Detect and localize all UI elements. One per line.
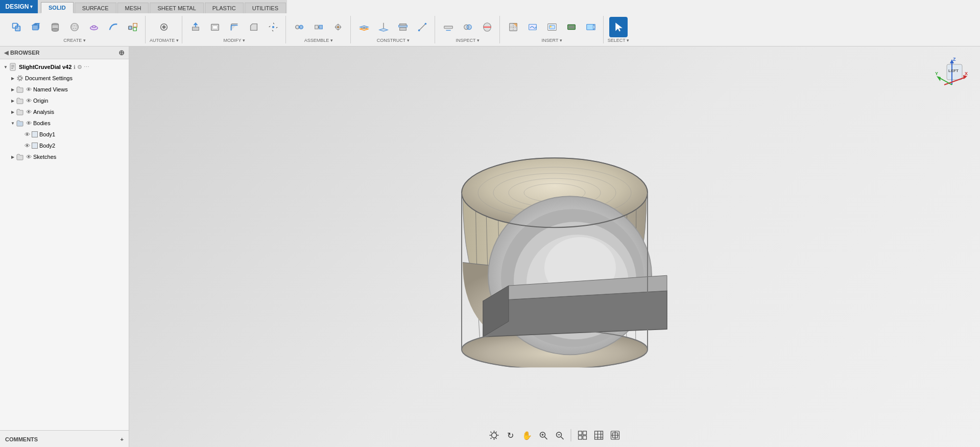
tab-sheet-metal[interactable]: SHEET METAL (150, 3, 203, 13)
move-button[interactable] (264, 17, 282, 37)
root-settings-icon[interactable]: ⚙ (77, 64, 82, 70)
insert-svg-button[interactable] (523, 17, 542, 37)
midplane-button[interactable] (394, 17, 412, 37)
fit-view-button[interactable] (487, 428, 501, 442)
bodies-arrow[interactable]: ▼ (9, 120, 16, 127)
svg-rect-82 (11, 65, 14, 66)
measure-button[interactable] (439, 17, 458, 37)
new-component-button[interactable] (7, 17, 26, 37)
svg-point-85 (18, 77, 21, 80)
tab-solid[interactable]: SOLID (41, 2, 74, 13)
tree-item-named-views[interactable]: ▶ 👁 Named Views (0, 84, 129, 95)
joint-button[interactable] (290, 17, 308, 37)
doc-settings-arrow[interactable]: ▶ (9, 75, 16, 82)
axis-button[interactable] (413, 17, 432, 37)
box-button[interactable] (27, 17, 45, 37)
tree-item-bodies[interactable]: ▼ 👁 Bodies (0, 117, 129, 129)
as-built-joint-button[interactable] (309, 17, 328, 37)
tree-item-origin[interactable]: ▶ 👁 Origin (0, 95, 129, 106)
sketches-arrow[interactable]: ▶ (9, 153, 16, 160)
body1-eye[interactable]: 👁 (23, 131, 31, 138)
body2-eye[interactable]: 👁 (23, 142, 31, 149)
tab-utilities[interactable]: UTILITIES (245, 3, 286, 13)
svg-rect-133 (583, 436, 587, 439)
select-group: SELECT ▾ (605, 16, 632, 43)
section-analysis-button[interactable] (478, 17, 496, 37)
svg-rect-33 (315, 25, 318, 29)
browser-header: ◀ BROWSER ⊕ (0, 46, 129, 59)
named-views-eye[interactable]: 👁 (25, 86, 32, 93)
root-arrow[interactable]: ▼ (2, 63, 9, 70)
browser-add-icon[interactable]: ⊕ (118, 49, 125, 57)
named-views-arrow[interactable]: ▶ (9, 86, 16, 93)
tree-item-body2[interactable]: ▶ 👁 Body2 (0, 140, 129, 151)
origin-eye[interactable]: 👁 (25, 97, 32, 104)
browser-collapse-icon[interactable]: ◀ (4, 50, 8, 56)
press-pull-button[interactable] (186, 17, 205, 37)
design-menu-button[interactable]: DESIGN ▾ (0, 0, 38, 13)
torus-button[interactable] (85, 17, 103, 37)
attach-pcb-button[interactable] (562, 17, 581, 37)
pan-button[interactable]: ✋ (520, 428, 534, 442)
comments-bar[interactable]: COMMENTS + (0, 430, 129, 447)
svg-rect-29 (272, 26, 274, 28)
decal-button[interactable] (582, 17, 600, 37)
create-group: CREATE ▾ (4, 16, 146, 43)
grid-button[interactable] (592, 428, 606, 442)
cylinder-button[interactable] (46, 17, 64, 37)
comments-plus-icon[interactable]: + (121, 436, 124, 442)
svg-line-120 (496, 432, 497, 433)
display-mode-button[interactable] (576, 428, 590, 442)
visual-style-button[interactable] (608, 428, 623, 442)
select-button[interactable] (609, 17, 628, 37)
folder-bodies-icon (16, 120, 23, 127)
zoom-button[interactable] (536, 428, 551, 442)
root-info-icon[interactable]: ℹ (74, 64, 76, 70)
analysis-arrow[interactable]: ▶ (9, 108, 16, 115)
bodies-eye[interactable]: 👁 (25, 120, 32, 127)
analysis-eye[interactable]: 👁 (25, 108, 32, 115)
svg-point-51 (418, 29, 420, 31)
sketches-eye[interactable]: 👁 (25, 153, 32, 160)
tree-item-sketches[interactable]: ▶ 👁 Sketches (0, 151, 129, 162)
svg-rect-19 (192, 27, 199, 30)
tree-item-body1[interactable]: ▶ 👁 Body1 (0, 129, 129, 140)
svg-rect-132 (579, 436, 582, 439)
svg-marker-15 (133, 23, 137, 27)
svg-line-121 (491, 438, 492, 439)
insert-mesh-button[interactable] (504, 17, 522, 37)
create-group-label: CREATE ▾ (63, 38, 85, 43)
sphere-button[interactable] (65, 17, 84, 37)
inspect-group: INSPECT ▾ (436, 16, 500, 43)
offset-plane-button[interactable] (355, 17, 373, 37)
zoom-fit-button[interactable] (553, 428, 567, 442)
sidebar: ◀ BROWSER ⊕ ▼ SlightCruveDial v42 ℹ ⚙ ⋯ (0, 46, 129, 447)
tree-item-analysis[interactable]: ▶ 👁 Analysis (0, 106, 129, 117)
pipe-button[interactable] (104, 17, 123, 37)
svg-marker-24 (250, 23, 257, 30)
origin-arrow[interactable]: ▶ (9, 97, 16, 104)
orbit-button[interactable]: ↻ (504, 428, 518, 442)
plane-at-angle-button[interactable] (374, 17, 393, 37)
shell-button[interactable] (206, 17, 224, 37)
canvas-button[interactable] (543, 17, 561, 37)
svg-rect-84 (11, 68, 13, 69)
tab-mesh[interactable]: MESH (117, 3, 149, 13)
construct-group: CONSTRUCT ▾ (352, 16, 435, 43)
root-label: SlightCruveDial v42 (19, 64, 71, 70)
tab-surface[interactable]: SURFACE (75, 3, 116, 13)
chamfer-button[interactable] (245, 17, 263, 37)
root-more-icon[interactable]: ⋯ (84, 64, 89, 70)
svg-rect-34 (319, 25, 322, 29)
tree-item-root[interactable]: ▼ SlightCruveDial v42 ℹ ⚙ ⋯ (0, 61, 129, 73)
svg-line-122 (496, 438, 497, 439)
automate-button[interactable] (155, 17, 173, 37)
joint-origin-button[interactable] (329, 17, 347, 37)
interference-button[interactable] (459, 17, 477, 37)
tab-plastic[interactable]: PLASTIC (205, 3, 244, 13)
create-more-button[interactable] (124, 17, 142, 37)
tree-item-document-settings[interactable]: ▶ Document Settings (0, 73, 129, 84)
fillet-button[interactable] (225, 17, 244, 37)
svg-marker-45 (379, 28, 388, 31)
viewport[interactable]: Z X Y LEFT (129, 46, 980, 447)
